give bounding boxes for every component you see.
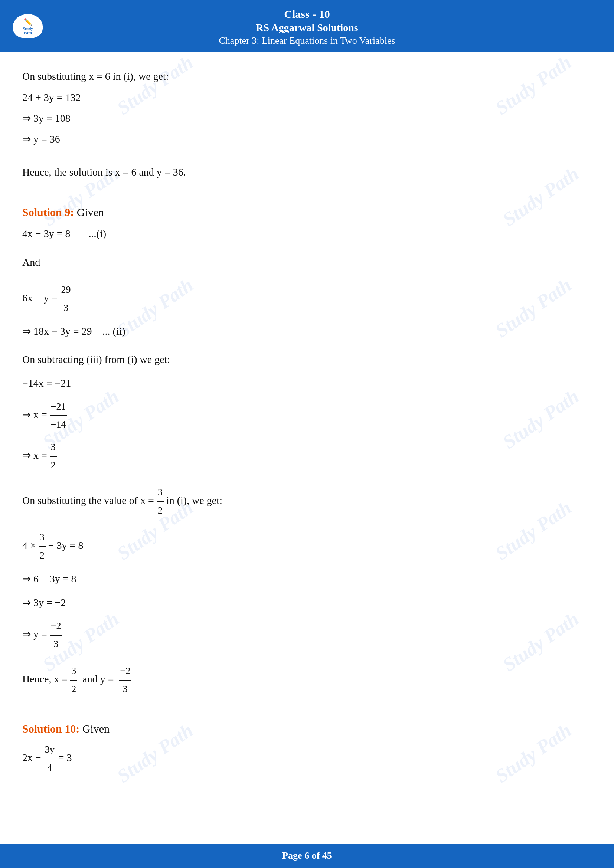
intro-block: On substituting x = 6 in (i), we get: 24… — [22, 67, 592, 149]
page-wrapper: ✏️ Study Path Class - 10 RS Aggarwal Sol… — [0, 0, 614, 868]
sol9-and: And — [22, 253, 592, 272]
header-class: Class - 10 — [8, 7, 606, 21]
solution-10: Solution 10: Given 2x − 3y 4 = 3 — [22, 722, 592, 777]
sol9-hence-y-frac: −2 3 — [119, 662, 132, 698]
solution-9-given: Given — [77, 206, 104, 218]
sol9-calc2: ⇒ 6 − 3y = 8 — [22, 570, 592, 588]
solution-10-label: Solution 10: — [22, 722, 79, 735]
page-indicator: Page 6 of 45 — [282, 850, 332, 861]
solution-9-label: Solution 9: — [22, 206, 74, 218]
sol9-eq2-frac: 29 3 — [60, 281, 72, 317]
sol9-subst-text: On substituting the value of x = 3 2 in … — [22, 484, 592, 519]
sol9-sub2: ⇒ x = −21 −14 — [22, 398, 592, 434]
content: On substituting x = 6 in (i), we get: 24… — [0, 52, 614, 808]
intro-line-2: 24 + 3y = 132 — [22, 88, 592, 107]
logo-icon: ✏️ — [24, 18, 32, 26]
header-text: Class - 10 RS Aggarwal Solutions Chapter… — [8, 7, 606, 47]
sol9-subst-frac: 3 2 — [157, 484, 164, 519]
sol9-hence: Hence, x = 3 2 and y = −2 3 — [22, 662, 592, 698]
footer: Page 6 of 45 — [0, 843, 614, 868]
intro-line-4: ⇒ y = 36 — [22, 130, 592, 149]
sol9-hence-x-frac: 3 2 — [70, 662, 77, 698]
sol9-sub3-frac: 3 2 — [50, 439, 57, 474]
solution-10-given: Given — [82, 722, 110, 735]
logo-circle: ✏️ Study Path — [13, 14, 43, 38]
sol9-sub3: ⇒ x = 3 2 — [22, 439, 592, 474]
sol9-calc3: ⇒ 3y = −2 — [22, 594, 592, 612]
sol9-calc1: 4 × 3 2 − 3y = 8 — [22, 529, 592, 564]
intro-line-3: ⇒ 3y = 108 — [22, 109, 592, 128]
logo: ✏️ Study Path — [11, 13, 45, 39]
solution-9: Solution 9: Given 4x − 3y = 8 ...(i) And… — [22, 206, 592, 698]
logo-text-path: Path — [24, 31, 32, 35]
header-chapter: Chapter 3: Linear Equations in Two Varia… — [8, 34, 606, 47]
solution-10-heading: Solution 10: Given — [22, 722, 592, 735]
intro-line-1: On substituting x = 6 in (i), we get: — [22, 67, 592, 86]
header-book: RS Aggarwal Solutions — [8, 21, 606, 34]
sol10-eq1-frac: 3y 4 — [44, 741, 56, 777]
sol9-calc4-frac: −2 3 — [50, 617, 62, 653]
sol9-calc4: ⇒ y = −2 3 — [22, 617, 592, 653]
sol9-calc1-frac: 3 2 — [39, 529, 46, 564]
sol9-subtract-text: On subtracting (iii) from (i) we get: — [22, 350, 592, 369]
sol9-sub2-frac: −21 −14 — [50, 398, 67, 434]
sol9-sub1: −14x = −21 — [22, 374, 592, 393]
hence-line: Hence, the solution is x = 6 and y = 36. — [22, 163, 592, 181]
sol9-eq2: 6x − y = 29 3 — [22, 281, 592, 317]
sol9-eq2-implies: ⇒ 18x − 3y = 29 ... (ii) — [22, 322, 592, 341]
solution-9-heading: Solution 9: Given — [22, 206, 592, 219]
sol9-eq1: 4x − 3y = 8 ...(i) — [22, 225, 592, 243]
header: ✏️ Study Path Class - 10 RS Aggarwal Sol… — [0, 0, 614, 52]
sol10-eq1: 2x − 3y 4 = 3 — [22, 741, 592, 777]
